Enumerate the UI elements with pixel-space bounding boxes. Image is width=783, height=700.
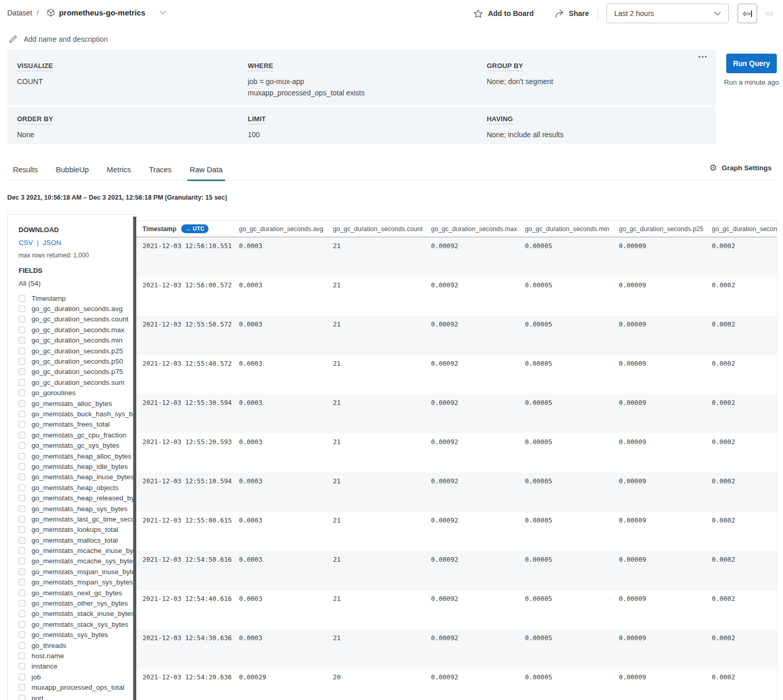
field-checkbox[interactable] <box>19 400 25 407</box>
column-header[interactable]: go_gc_duration_seconds.p25 <box>619 225 712 233</box>
field-list-item[interactable]: go_gc_duration_seconds.p25 <box>19 346 134 356</box>
tab-raw-data[interactable]: Raw Data <box>187 166 226 181</box>
add-to-board-button[interactable]: Add to Board <box>473 9 534 19</box>
table-row[interactable]: 2021-12-03 12:56:00.572 0.0003210.000920… <box>136 276 783 316</box>
field-list-item[interactable]: job <box>19 672 134 682</box>
dataset-chevron-down-icon[interactable] <box>159 10 166 15</box>
timestamp-column-header[interactable]: Timestamp <box>142 225 177 233</box>
time-range-select[interactable]: Last 2 hours <box>606 4 729 23</box>
table-row[interactable]: 2021-12-03 12:54:50.616 0.0003210.000920… <box>136 551 783 590</box>
group-by-clause[interactable]: GROUP BY None; don't segment <box>487 61 553 87</box>
field-checkbox[interactable] <box>19 305 25 312</box>
field-checkbox[interactable] <box>19 484 25 491</box>
table-row[interactable]: 2021-12-03 12:55:50.572 0.0003210.000920… <box>136 316 783 355</box>
field-list-item[interactable]: go_threads <box>19 640 134 650</box>
field-list-item[interactable]: go_memstats_mcache_sys_bytes <box>19 556 134 566</box>
column-header[interactable]: go_gc_duration_seconds.p50 <box>712 225 783 233</box>
column-header[interactable]: go_gc_duration_seconds.count <box>333 225 431 233</box>
field-list-item[interactable]: port <box>19 693 134 700</box>
field-list-item[interactable]: go_memstats_heap_inuse_bytes <box>19 472 134 482</box>
field-list-item[interactable]: go_memstats_mcache_inuse_bytes <box>19 545 134 556</box>
field-list-item[interactable]: go_memstats_gc_cpu_fraction <box>19 430 134 440</box>
field-checkbox[interactable] <box>19 358 25 365</box>
table-row[interactable]: 2021-12-03 12:55:20.593 0.0003210.000920… <box>136 433 783 473</box>
field-list-item[interactable]: go_gc_duration_seconds.avg <box>19 303 134 314</box>
field-checkbox[interactable] <box>19 558 25 564</box>
field-checkbox[interactable] <box>19 432 25 438</box>
field-checkbox[interactable] <box>19 495 25 501</box>
field-list-item[interactable]: go_memstats_heap_sys_bytes <box>19 503 134 514</box>
field-checkbox[interactable] <box>19 327 25 333</box>
field-checkbox[interactable] <box>19 695 25 700</box>
field-checkbox[interactable] <box>19 610 25 617</box>
run-query-button[interactable]: Run Query <box>726 54 777 73</box>
field-checkbox[interactable] <box>19 474 25 480</box>
field-list-item[interactable]: host.name <box>19 650 134 661</box>
field-list-item[interactable]: go_memstats_last_gc_time_seconds <box>19 514 134 524</box>
field-checkbox[interactable] <box>19 674 25 680</box>
field-checkbox[interactable] <box>19 368 25 375</box>
field-list-item[interactable]: go_memstats_gc_sys_bytes <box>19 440 134 450</box>
column-header[interactable]: go_gc_duration_seconds.min <box>525 225 619 233</box>
field-checkbox[interactable] <box>19 579 25 585</box>
field-list-item[interactable]: go_gc_duration_seconds.p50 <box>19 356 134 366</box>
field-checkbox[interactable] <box>19 295 25 302</box>
field-list-item[interactable]: go_memstats_heap_alloc_bytes <box>19 451 134 461</box>
field-list-item[interactable]: go_gc_duration_seconds.min <box>19 335 134 346</box>
table-row[interactable]: 2021-12-03 12:55:40.572 0.0003210.000920… <box>136 355 783 394</box>
field-checkbox[interactable] <box>19 348 25 354</box>
tab-metrics[interactable]: Metrics <box>104 166 134 181</box>
field-list-item[interactable]: go_memstats_lookups_total <box>19 525 134 535</box>
field-list-item[interactable]: go_memstats_buck_hash_sys_bytes <box>19 409 134 419</box>
field-list-item[interactable]: go_gc_duration_seconds.sum <box>19 377 134 387</box>
download-json-link[interactable]: JSON <box>43 239 61 247</box>
graph-settings-button[interactable]: ⚙ Graph Settings <box>709 164 772 172</box>
field-list-item[interactable]: go_memstats_heap_released_bytes <box>19 493 134 503</box>
field-list-item[interactable]: Timestamp <box>19 293 134 303</box>
utc-toggle-badge[interactable]: → UTC <box>181 224 209 233</box>
field-checkbox[interactable] <box>19 442 25 449</box>
field-checkbox[interactable] <box>19 600 25 607</box>
table-row[interactable]: 2021-12-03 12:56:10.551 0.0003210.000920… <box>136 237 783 276</box>
field-list-item[interactable]: go_gc_duration_seconds.max <box>19 324 134 335</box>
field-checkbox[interactable] <box>19 506 25 512</box>
field-checkbox[interactable] <box>19 411 25 417</box>
field-list-item[interactable]: go_memstats_next_gc_bytes <box>19 588 134 598</box>
dataset-name[interactable]: prometheus-go-metrics <box>59 8 146 17</box>
field-checkbox[interactable] <box>19 631 25 638</box>
breadcrumb-section[interactable]: Dataset <box>7 9 32 17</box>
field-checkbox[interactable] <box>19 379 25 386</box>
field-list-item[interactable]: go_memstats_heap_objects <box>19 482 134 493</box>
order-by-clause[interactable]: ORDER BY None <box>17 114 53 140</box>
table-row[interactable]: 2021-12-03 12:54:20.636 0.00029200.00092… <box>136 669 783 700</box>
table-row[interactable]: 2021-12-03 12:55:00.615 0.0003210.000920… <box>136 512 783 551</box>
tab-bubbleup[interactable]: BubbleUp <box>53 166 91 181</box>
field-checkbox[interactable] <box>19 453 25 460</box>
history-back-button[interactable]: ⇦ <box>738 4 757 23</box>
tab-traces[interactable]: Traces <box>147 166 174 181</box>
field-list-item[interactable]: instance <box>19 661 134 672</box>
field-checkbox[interactable] <box>19 653 25 659</box>
download-csv-link[interactable]: CSV <box>19 239 33 247</box>
field-checkbox[interactable] <box>19 316 25 322</box>
field-list-item[interactable]: muxapp_processed_ops_total <box>19 682 134 692</box>
field-list-item[interactable]: go_memstats_alloc_bytes <box>19 398 134 409</box>
column-header[interactable]: go_gc_duration_seconds.avg <box>239 225 333 233</box>
query-menu-ellipsis-icon[interactable]: ⋯ <box>698 51 708 62</box>
tab-results[interactable]: Results <box>10 166 40 181</box>
column-header[interactable]: go_gc_duration_seconds.max <box>431 225 525 233</box>
field-checkbox[interactable] <box>19 526 25 533</box>
field-list-item[interactable]: go_memstats_mallocs_total <box>19 535 134 545</box>
field-checkbox[interactable] <box>19 642 25 649</box>
field-checkbox[interactable] <box>19 463 25 470</box>
field-checkbox[interactable] <box>19 537 25 544</box>
field-checkbox[interactable] <box>19 389 25 396</box>
field-list-item[interactable]: go_memstats_mspan_inuse_bytes <box>19 566 134 577</box>
table-row[interactable]: 2021-12-03 12:55:10.594 0.0003210.000920… <box>136 473 783 512</box>
field-checkbox[interactable] <box>19 621 25 628</box>
field-checkbox[interactable] <box>19 337 25 344</box>
field-list-item[interactable]: go_memstats_frees_total <box>19 419 134 430</box>
field-checkbox[interactable] <box>19 568 25 575</box>
fields-all-count[interactable]: All (54) <box>19 280 134 287</box>
field-checkbox[interactable] <box>19 516 25 523</box>
